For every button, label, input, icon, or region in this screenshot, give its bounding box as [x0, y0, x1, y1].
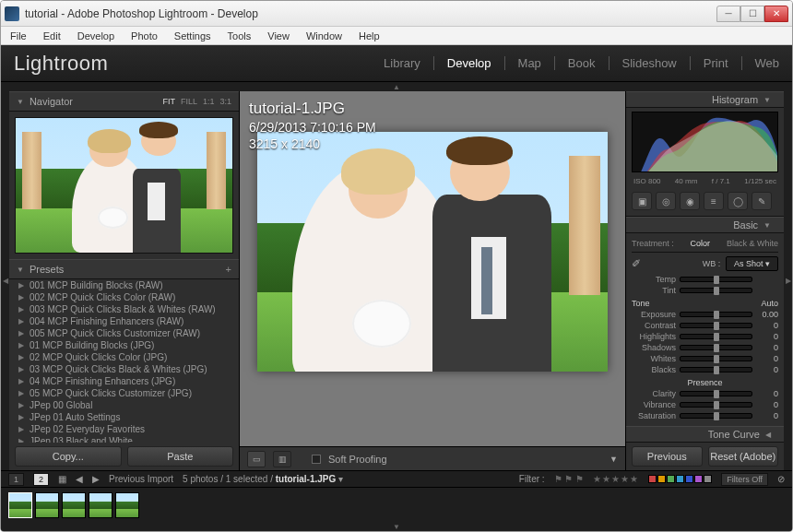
treatment-bw[interactable]: Black & White — [727, 239, 778, 248]
slider-highlights[interactable]: Highlights0 — [632, 332, 778, 341]
slider-track[interactable] — [680, 345, 752, 350]
thumbnail[interactable] — [62, 492, 86, 518]
color-filter[interactable] — [648, 475, 712, 483]
slider-blacks[interactable]: Blacks0 — [632, 365, 778, 374]
filters-off-button[interactable]: Filters Off — [721, 473, 768, 486]
bottom-panel-toggle[interactable]: ▼ — [1, 522, 792, 531]
grid-icon[interactable]: ▦ — [58, 474, 66, 484]
zoom-3:1[interactable]: 3:1 — [219, 97, 231, 106]
loupe-view-button[interactable]: ▭ — [247, 451, 266, 467]
treatment-color[interactable]: Color — [691, 239, 711, 248]
slider-track[interactable] — [680, 367, 752, 372]
filter-lock-icon[interactable]: ⊘ — [777, 474, 785, 484]
before-after-button[interactable]: ▥ — [273, 451, 291, 467]
add-preset-icon[interactable]: + — [226, 264, 231, 275]
preset-folder[interactable]: ▶05 MCP Quick Clicks Customizer (JPG) — [9, 387, 239, 399]
thumbnail[interactable] — [35, 492, 59, 518]
module-develop[interactable]: Develop — [447, 56, 491, 70]
slider-whites[interactable]: Whites0 — [632, 354, 778, 363]
preset-folder[interactable]: ▶001 MCP Building Blocks (RAW) — [9, 279, 239, 291]
reset-button[interactable]: Reset (Adobe) — [708, 446, 779, 467]
menu-window[interactable]: Window — [302, 30, 346, 42]
redeye-tool[interactable]: ◉ — [680, 192, 700, 210]
menu-file[interactable]: File — [6, 30, 30, 42]
loupe-view[interactable]: tutorial-1.JPG 6/29/2013 7:10:16 PM 3215… — [240, 91, 625, 470]
slider-shadows[interactable]: Shadows0 — [632, 343, 778, 352]
slider-track[interactable] — [680, 288, 752, 293]
menu-view[interactable]: View — [264, 30, 293, 42]
left-panel-toggle[interactable]: ◀ — [1, 91, 9, 470]
auto-tone-button[interactable]: Auto — [761, 299, 778, 308]
slider-tint[interactable]: Tint — [632, 286, 778, 295]
eyedropper-icon[interactable]: ✐ — [632, 257, 641, 270]
close-button[interactable]: ✕ — [764, 6, 788, 22]
slider-track[interactable] — [680, 391, 752, 396]
navigator-header[interactable]: ▼ Navigator FITFILL1:13:1 — [9, 91, 239, 112]
back-icon[interactable]: ◀ — [76, 474, 83, 484]
maximize-button[interactable]: ☐ — [740, 6, 764, 22]
preset-folder[interactable]: ▶004 MCP Finishing Enhancers (RAW) — [9, 315, 239, 327]
slider-track[interactable] — [680, 277, 752, 282]
thumbnail[interactable] — [89, 492, 112, 518]
module-web[interactable]: Web — [755, 56, 780, 70]
gradient-tool[interactable]: ≡ — [704, 192, 724, 210]
basic-header[interactable]: Basic ▼ — [626, 217, 784, 233]
color-swatch[interactable] — [657, 475, 666, 483]
module-library[interactable]: Library — [384, 56, 420, 70]
filmstrip-thumbs[interactable] — [1, 488, 792, 522]
main-window-button[interactable]: 1 — [8, 473, 24, 486]
preset-folder[interactable]: ▶JPep 01 Auto Settings — [9, 411, 239, 423]
flag-filter-icon[interactable]: ⚑ ⚑ ⚑ — [554, 474, 585, 484]
minimize-button[interactable]: ─ — [716, 6, 740, 22]
slider-contrast[interactable]: Contrast0 — [632, 321, 778, 330]
thumbnail[interactable] — [115, 492, 139, 518]
brush-tool[interactable]: ✎ — [752, 192, 772, 210]
module-book[interactable]: Book — [568, 56, 596, 70]
fwd-icon[interactable]: ▶ — [92, 474, 100, 484]
module-map[interactable]: Map — [518, 56, 541, 70]
module-slideshow[interactable]: Slideshow — [622, 56, 677, 70]
color-swatch[interactable] — [694, 475, 703, 483]
slider-track[interactable] — [680, 413, 752, 419]
module-print[interactable]: Print — [704, 56, 728, 70]
paste-button[interactable]: Paste — [127, 446, 234, 467]
slider-track[interactable] — [680, 323, 752, 328]
previous-button[interactable]: Previous — [632, 446, 703, 467]
top-panel-toggle[interactable]: ▲ — [1, 82, 792, 91]
source-label[interactable]: Previous Import — [109, 474, 173, 484]
presets-header[interactable]: ▼ Presets + — [9, 259, 239, 279]
navigator-zoom-modes[interactable]: FITFILL1:13:1 — [162, 97, 231, 106]
menu-photo[interactable]: Photo — [127, 30, 161, 42]
navigator-preview[interactable] — [15, 117, 233, 254]
slider-track[interactable] — [680, 334, 752, 339]
color-swatch[interactable] — [667, 475, 675, 483]
slider-track[interactable] — [680, 402, 752, 408]
crop-tool[interactable]: ▣ — [632, 192, 652, 210]
slider-clarity[interactable]: Clarity0 — [632, 389, 778, 398]
preset-folder[interactable]: ▶003 MCP Quick Clicks Black & Whites (RA… — [9, 303, 239, 315]
presets-list[interactable]: ▶001 MCP Building Blocks (RAW)▶002 MCP Q… — [9, 279, 239, 443]
color-swatch[interactable] — [685, 475, 693, 483]
zoom-fill[interactable]: FILL — [181, 97, 197, 106]
menu-help[interactable]: Help — [355, 30, 384, 42]
preset-folder[interactable]: ▶005 MCP Quick Clicks Customizer (RAW) — [9, 327, 239, 339]
histogram-header[interactable]: Histogram ▼ — [626, 91, 784, 108]
preset-folder[interactable]: ▶JPep 03 Black and White — [9, 435, 239, 443]
wb-dropdown[interactable]: As Shot ▾ — [726, 256, 778, 271]
menu-tools[interactable]: Tools — [224, 30, 255, 42]
tone-curve-header[interactable]: Tone Curve ◀ — [626, 426, 784, 443]
slider-temp[interactable]: Temp — [632, 275, 778, 284]
preset-folder[interactable]: ▶03 MCP Quick Clicks Black & Whites (JPG… — [9, 363, 239, 375]
preset-folder[interactable]: ▶01 MCP Building Blocks (JPG) — [9, 339, 239, 351]
copy-button[interactable]: Copy... — [15, 446, 122, 467]
histogram-graph[interactable] — [632, 112, 778, 172]
menu-edit[interactable]: Edit — [40, 30, 65, 42]
preset-folder[interactable]: ▶JPep 02 Everyday Favorites — [9, 423, 239, 435]
thumbnail[interactable] — [8, 492, 32, 518]
rating-filter[interactable]: ★★★★★ — [593, 474, 639, 484]
preset-folder[interactable]: ▶JPep 00 Global — [9, 399, 239, 411]
zoom-fit[interactable]: FIT — [162, 97, 175, 106]
preset-folder[interactable]: ▶02 MCP Quick Clicks Color (JPG) — [9, 351, 239, 363]
radial-tool[interactable]: ◯ — [728, 192, 748, 210]
soft-proof-checkbox[interactable] — [312, 455, 321, 464]
